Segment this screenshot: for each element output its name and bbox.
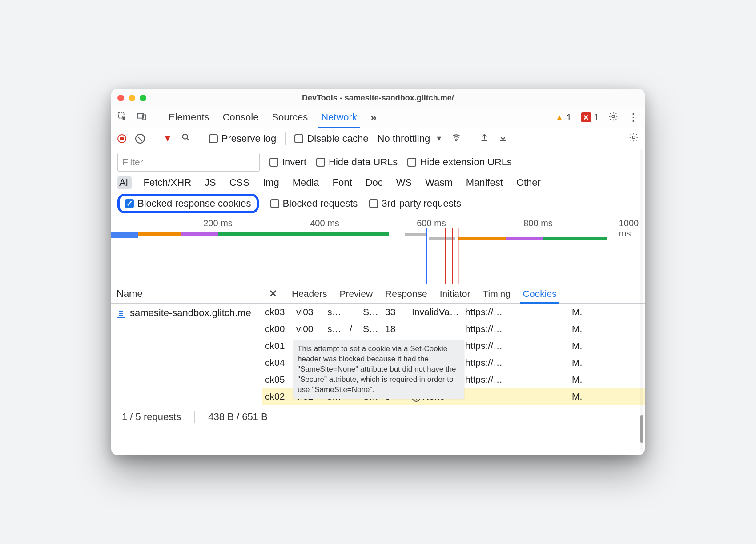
cookie-samesite: InvalidVa… — [412, 307, 465, 317]
scrollbar-thumb[interactable] — [640, 415, 643, 443]
tick-label: 800 ms — [523, 218, 553, 228]
invert-checkbox[interactable]: Invert — [269, 156, 306, 168]
waterfall-overview[interactable]: 200 ms 400 ms 600 ms 800 ms 1000 ms — [111, 217, 645, 284]
svg-point-3 — [612, 115, 615, 118]
settings-icon[interactable] — [608, 112, 618, 124]
cookie-secure: S… — [363, 307, 385, 317]
type-chip-doc[interactable]: Doc — [364, 176, 385, 189]
cookie-name: ck04 — [265, 357, 296, 368]
search-icon[interactable] — [181, 132, 191, 144]
tab-elements[interactable]: Elements — [167, 107, 211, 128]
network-toolbar: ▼ Preserve log Disable cache No throttli… — [111, 128, 645, 149]
third-party-requests-checkbox[interactable]: 3rd-party requests — [369, 198, 461, 209]
request-name: samesite-sandbox.glitch.me — [130, 307, 251, 319]
type-chip-other[interactable]: Other — [515, 176, 543, 189]
upload-har-icon[interactable] — [479, 132, 489, 144]
download-har-icon[interactable] — [498, 132, 508, 144]
inspect-element-icon[interactable] — [117, 112, 127, 124]
divider — [285, 132, 286, 145]
more-tabs-icon[interactable]: » — [369, 106, 378, 129]
clear-icon[interactable] — [135, 134, 145, 144]
detail-tab-timing[interactable]: Timing — [482, 284, 511, 303]
divider — [157, 111, 157, 124]
disable-cache-checkbox[interactable]: Disable cache — [294, 133, 368, 144]
throttling-select[interactable]: No throttling▼ — [378, 133, 442, 144]
divider — [154, 132, 154, 145]
cookie-url: https://… — [465, 357, 527, 368]
detail-tab-response[interactable]: Response — [384, 284, 428, 303]
svg-point-4 — [182, 134, 187, 139]
type-chip-wasm[interactable]: Wasm — [423, 176, 454, 189]
detail-tab-cookies[interactable]: Cookies — [522, 284, 558, 303]
disable-cache-label: Disable cache — [307, 133, 368, 144]
blocked-response-cookies-checkbox[interactable]: Blocked response cookies — [125, 198, 251, 209]
tab-network[interactable]: Network — [319, 107, 359, 128]
cookie-url: https://… — [465, 307, 527, 317]
statusbar: 1 / 5 requests 438 B / 651 B — [111, 407, 645, 427]
type-chip-fetchxhr[interactable]: Fetch/XHR — [141, 176, 193, 189]
hide-extension-urls-checkbox[interactable]: Hide extension URLs — [407, 156, 512, 168]
cookie-size: 33 — [385, 307, 412, 317]
close-detail-icon[interactable]: ✕ — [266, 288, 280, 300]
tab-sources[interactable]: Sources — [270, 107, 310, 128]
network-settings-icon[interactable] — [629, 132, 639, 144]
overview-bars — [111, 232, 645, 241]
cookies-table: This attempt to set a cookie via a Set-C… — [262, 304, 645, 407]
detail-tab-initiator[interactable]: Initiator — [439, 284, 471, 303]
svg-point-5 — [456, 140, 457, 141]
device-toolbar-icon[interactable] — [137, 112, 147, 124]
tick-label: 400 ms — [310, 218, 339, 228]
type-chip-css[interactable]: CSS — [228, 176, 251, 189]
cookie-row[interactable]: ck00vl00s…/S…18https://…M. — [262, 320, 645, 337]
cookie-size: 18 — [385, 324, 412, 334]
type-chip-img[interactable]: Img — [261, 176, 281, 189]
load-event-marker — [426, 228, 427, 284]
window-title: DevTools - samesite-sandbox.glitch.me/ — [111, 93, 645, 103]
invert-label: Invert — [282, 156, 306, 168]
blocked-requests-checkbox[interactable]: Blocked requests — [270, 198, 358, 209]
filter-input[interactable]: Filter — [117, 153, 260, 172]
hide-ext-label: Hide extension URLs — [420, 156, 512, 168]
cookie-url: https://… — [465, 324, 527, 334]
main-tabstrip: Elements Console Sources Network » ▲1 ✕1… — [111, 107, 645, 128]
cookie-name: ck01 — [265, 340, 296, 351]
type-chip-js[interactable]: JS — [203, 176, 218, 189]
cookie-value: vl03 — [296, 307, 327, 317]
record-icon[interactable] — [117, 134, 126, 143]
preserve-log-label: Preserve log — [221, 133, 277, 144]
errors-badge[interactable]: ✕1 — [581, 112, 599, 123]
detail-tab-headers[interactable]: Headers — [291, 284, 328, 303]
type-chip-all[interactable]: All — [117, 176, 132, 189]
warnings-badge[interactable]: ▲1 — [555, 112, 571, 123]
preserve-log-checkbox[interactable]: Preserve log — [209, 133, 277, 144]
request-row[interactable]: samesite-sandbox.glitch.me — [111, 304, 262, 322]
throttling-value: No throttling — [378, 133, 430, 144]
request-detail-panel: ✕ Headers Preview Response Initiator Tim… — [262, 284, 645, 407]
type-chip-media[interactable]: Media — [291, 176, 321, 189]
type-chip-manifest[interactable]: Manifest — [464, 176, 505, 189]
request-list-header[interactable]: Name — [111, 284, 262, 304]
highlight-annotation: Blocked response cookies — [117, 194, 259, 213]
tick-label: 600 ms — [417, 218, 446, 228]
hide-data-urls-checkbox[interactable]: Hide data URLs — [316, 156, 398, 168]
svg-point-6 — [632, 136, 635, 139]
detail-tab-preview[interactable]: Preview — [338, 284, 374, 303]
type-chip-font[interactable]: Font — [331, 176, 354, 189]
devtools-window: DevTools - samesite-sandbox.glitch.me/ E… — [111, 89, 645, 455]
filter-row: Filter Invert Hide data URLs Hide extens… — [111, 149, 645, 175]
cookie-more: M. — [572, 324, 590, 334]
cookie-row[interactable]: ck03vl03s…S…33InvalidVa…https://…M. — [262, 304, 645, 320]
hide-data-label: Hide data URLs — [329, 156, 398, 168]
marker — [458, 228, 459, 284]
request-detail-split: Name samesite-sandbox.glitch.me ✕ Header… — [111, 284, 645, 407]
more-menu-icon[interactable]: ⋮ — [628, 111, 639, 124]
type-chip-ws[interactable]: WS — [394, 176, 414, 189]
cookie-domain: s… — [327, 324, 350, 334]
tick-label: 200 ms — [203, 218, 233, 228]
request-list: Name samesite-sandbox.glitch.me — [111, 284, 262, 407]
filter-icon[interactable]: ▼ — [163, 133, 172, 144]
cookie-value: vl00 — [296, 324, 327, 334]
network-conditions-icon[interactable] — [451, 132, 461, 144]
tab-console[interactable]: Console — [221, 107, 261, 128]
blocked-filter-row: Blocked response cookies Blocked request… — [111, 190, 645, 217]
